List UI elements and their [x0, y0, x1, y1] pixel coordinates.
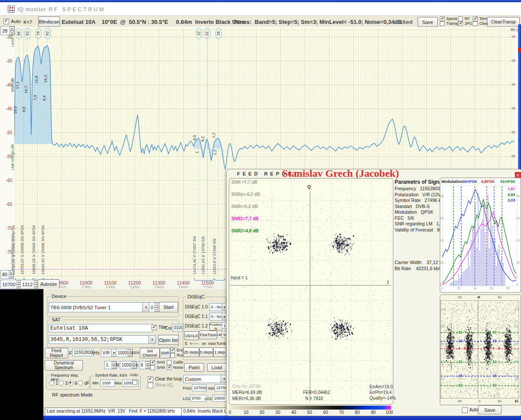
sm3-checkbox[interactable]: Sm3	[150, 360, 165, 365]
set-channel-button[interactable]: Set Channel	[140, 348, 160, 358]
usals-button[interactable]: USALS	[184, 331, 199, 340]
auto-checkbox[interactable]: Auto	[3, 19, 21, 24]
transp-checkbox[interactable]: Transp.	[440, 21, 459, 26]
rus-checkbox-box[interactable]	[170, 353, 175, 358]
span-spinner[interactable]: 1312▲▼	[20, 280, 39, 289]
save-spectrum-button[interactable]: Save	[418, 17, 438, 27]
diseqc11-combo[interactable]: 0 - No▼	[209, 313, 227, 321]
level-top-spinner[interactable]: 28▲▼	[0, 26, 15, 35]
show-iq-checkbox[interactable]: Show I/Q	[148, 383, 173, 388]
sat-name-field[interactable]: Eutelsat 10A	[49, 324, 153, 332]
transponder-brace	[214, 278, 225, 281]
dyn-8-spinner[interactable]: 8▲▼	[139, 361, 151, 369]
dynamical-spectrum-button[interactable]: Dynamical Spectrum	[45, 360, 83, 370]
diseqc-group-label: DiSEqC	[186, 294, 206, 299]
eng-checkbox-box[interactable]	[170, 348, 175, 353]
mode-label: RF spectrum Mode	[52, 392, 93, 397]
snr-button[interactable]: SNR	[160, 348, 170, 358]
right-border-marker[interactable]	[518, 48, 521, 52]
finetune-button[interactable]: FineTune	[199, 331, 217, 339]
radio-step-3[interactable]: 3	[59, 380, 68, 386]
f-label: F	[69, 351, 72, 356]
chevron-down-icon[interactable]: ▼	[142, 303, 149, 312]
blindscan-button[interactable]: Blindscan	[38, 17, 60, 27]
show-iq-checkbox-box[interactable]	[148, 383, 153, 388]
sm3-checkbox-box[interactable]	[150, 360, 155, 365]
close-button[interactable]: x	[515, 172, 521, 178]
position-n-button[interactable]: Position N	[209, 322, 222, 331]
title-checkbox-box[interactable]	[152, 325, 157, 330]
steps-5-button[interactable]: 5 steps	[199, 347, 213, 357]
auto-checkbox-box[interactable]	[3, 19, 9, 24]
step-1-button[interactable]: 1 step	[213, 347, 226, 357]
radio-step-1[interactable]: 1	[49, 380, 58, 386]
feed-report-button[interactable]: Feed Report	[45, 348, 68, 358]
clear-loop-checkbox-box[interactable]	[148, 377, 153, 382]
clean-checkbox-box[interactable]	[473, 21, 478, 26]
phase-y-tick: 20	[441, 377, 444, 380]
diseqc10-combo[interactable]: 0 - No▼	[209, 303, 227, 311]
polarization-combo[interactable]: V/R▼	[101, 349, 117, 357]
min-field[interactable]: 1000	[100, 380, 115, 387]
autosize-button[interactable]: Autosize	[38, 279, 59, 289]
mod-x-tick: 20	[457, 287, 461, 290]
radio-step-3-dot[interactable]	[59, 380, 64, 386]
open-list-button[interactable]: Open list	[158, 335, 179, 345]
eng-checkbox[interactable]: Eng	[170, 348, 184, 353]
rf-checkbox-label: RF	[465, 17, 470, 21]
dyn-n-spinner[interactable]: 1000▲▼	[120, 361, 137, 369]
radio-step-6-dot[interactable]	[68, 380, 73, 386]
spectr-checkbox-box[interactable]	[440, 17, 445, 21]
rus-checkbox[interactable]: Rus	[170, 353, 184, 358]
tuner-index-spinner[interactable]: 0▲▼	[149, 302, 160, 312]
tuner-combo[interactable]: TBS 6908 DVBS/S2 Tuner 1▼	[49, 302, 150, 312]
clear-loop-checkbox[interactable]: Clear the loop	[148, 377, 182, 382]
paint-button[interactable]: Paint	[184, 363, 204, 372]
scale-label: 80	[355, 410, 359, 415]
radio-step-1-dot[interactable]	[49, 380, 54, 386]
title-checkbox[interactable]: Title	[152, 325, 167, 330]
y-axis-label: -45	[1, 106, 12, 111]
phase-save-button[interactable]: Save	[478, 405, 501, 414]
steps-25-button[interactable]: 25 steps	[183, 347, 199, 357]
transponder-combo[interactable]: 3645,R,16130,56,S2;8PSK▼	[49, 335, 156, 344]
jpg-checkbox[interactable]: JPG	[458, 21, 472, 26]
scale-label: 0	[229, 410, 231, 415]
document-title: RF SPECTRUM	[49, 7, 106, 13]
scale-label: 50	[307, 410, 312, 415]
calibr-checkbox[interactable]: Calibr	[167, 360, 184, 365]
taskbar[interactable]	[43, 416, 521, 420]
mod-y-tick: 60	[440, 217, 444, 220]
sr-auto-checkbox[interactable]	[132, 380, 137, 385]
jpg-checkbox-box[interactable]	[458, 21, 463, 26]
chevron-down-icon[interactable]: ▼	[148, 336, 155, 344]
terms-checkbox-box[interactable]	[473, 17, 478, 21]
level-gradient-bar	[229, 406, 391, 410]
start-button[interactable]: Start	[159, 302, 178, 312]
phase-auto-checkbox[interactable]: Auto	[462, 407, 478, 413]
phase-auto-checkbox-box[interactable]	[462, 407, 468, 413]
y-axis-label: -35	[1, 59, 12, 63]
radio-step-df-dot[interactable]	[78, 380, 83, 386]
rate-spinner[interactable]: 1000▲▼	[116, 349, 133, 357]
phase-threshold-label: 32	[458, 360, 463, 364]
level-bottom-spinner[interactable]: 80▲▼	[0, 270, 14, 279]
sm9-checkbox-box[interactable]	[150, 365, 155, 370]
code-field[interactable]: 0100	[172, 324, 184, 331]
calibr-checkbox-box[interactable]	[167, 360, 171, 365]
dyn-1-spinner[interactable]: 1▲▼	[104, 361, 117, 369]
radio-step-6[interactable]: 6	[68, 380, 77, 386]
radio-step-df[interactable]: dF	[78, 380, 89, 386]
spectr-checkbox[interactable]: Spectr	[440, 17, 458, 21]
frequency-field[interactable]: 11552800	[72, 349, 94, 356]
custom-combo[interactable]: Custom▼	[183, 375, 228, 383]
load-button[interactable]: Load	[207, 363, 227, 372]
sm9-checkbox[interactable]: Sm9	[150, 365, 165, 370]
noise-checkbox[interactable]: Noise	[167, 365, 183, 370]
fmin-spinner[interactable]: 10700▲▼	[0, 280, 22, 289]
signal-param-line: Standart DVB-S	[395, 204, 430, 209]
noise-checkbox-box[interactable]	[167, 365, 171, 370]
transp-checkbox-box[interactable]	[440, 21, 445, 26]
cleantransp-button[interactable]: CleanTransp	[487, 17, 520, 27]
sr-auto-checkbox-box[interactable]	[132, 380, 137, 385]
